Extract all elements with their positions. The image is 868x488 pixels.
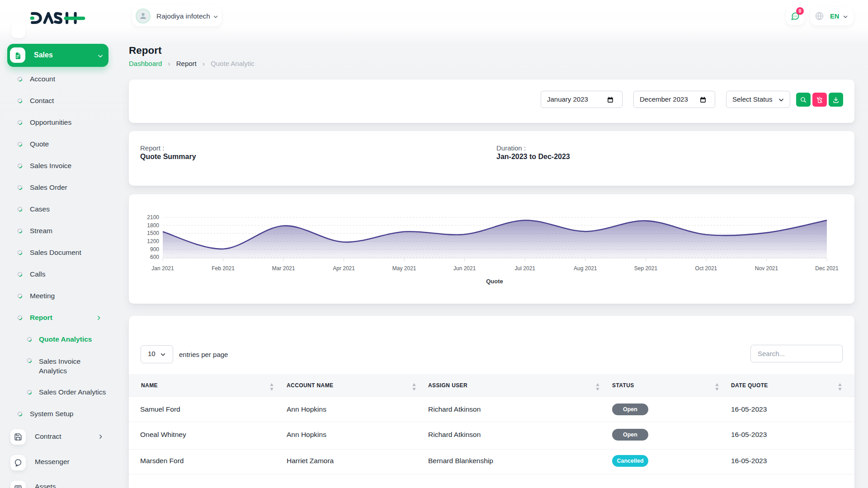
svg-text:600: 600 bbox=[150, 254, 159, 260]
svg-text:Feb 2021: Feb 2021 bbox=[212, 265, 235, 272]
svg-text:Jan 2021: Jan 2021 bbox=[151, 265, 174, 272]
svg-text:Sep 2021: Sep 2021 bbox=[634, 265, 658, 272]
svg-text:Apr 2021: Apr 2021 bbox=[333, 265, 355, 272]
svg-text:Aug 2021: Aug 2021 bbox=[574, 265, 597, 272]
svg-text:Dec 2021: Dec 2021 bbox=[815, 265, 839, 272]
svg-text:Quote: Quote bbox=[486, 278, 503, 285]
svg-text:1800: 1800 bbox=[147, 222, 159, 229]
svg-text:1200: 1200 bbox=[147, 238, 159, 244]
svg-text:Mar 2021: Mar 2021 bbox=[272, 265, 295, 272]
svg-text:Oct 2021: Oct 2021 bbox=[695, 265, 717, 272]
svg-text:Jul 2021: Jul 2021 bbox=[515, 265, 536, 272]
svg-text:900: 900 bbox=[150, 246, 159, 253]
svg-text:May 2021: May 2021 bbox=[392, 265, 416, 272]
svg-text:Jun 2021: Jun 2021 bbox=[453, 265, 476, 272]
svg-text:1500: 1500 bbox=[147, 230, 159, 236]
svg-text:Nov 2021: Nov 2021 bbox=[755, 265, 778, 272]
svg-text:2100: 2100 bbox=[147, 214, 159, 221]
